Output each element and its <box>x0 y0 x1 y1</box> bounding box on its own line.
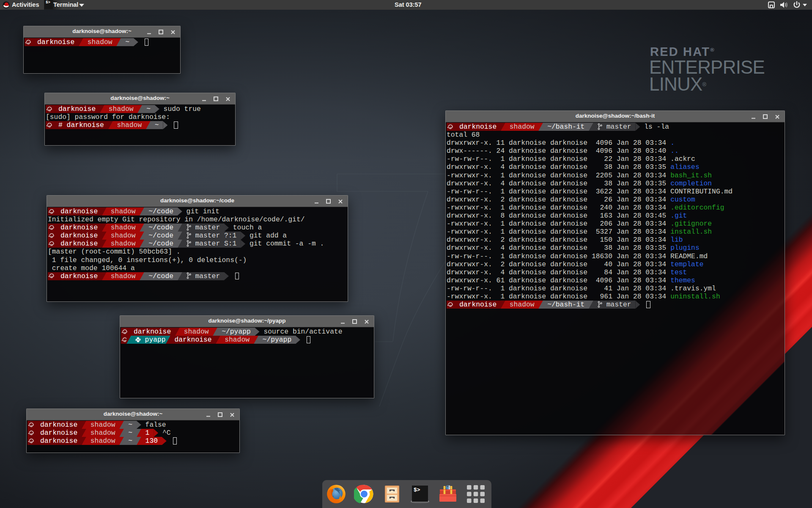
svg-text:$>: $> <box>414 487 420 493</box>
